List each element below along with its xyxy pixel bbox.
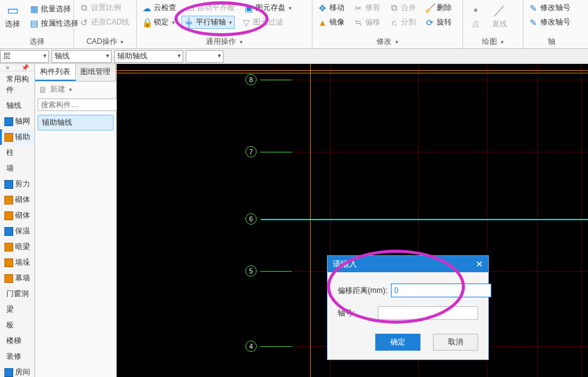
nav-item-icon (4, 274, 13, 283)
nav-item-10[interactable]: 暗梁 (0, 239, 35, 255)
axis-marker-5[interactable]: 5 (245, 265, 292, 277)
dialog-close-button[interactable]: ✕ (476, 259, 483, 269)
dropdown-aux-value: 辅助轴线 (117, 51, 147, 61)
nav-item-6[interactable]: 剪力 (0, 176, 35, 192)
lock-button[interactable]: 🔒 锁定 ▾ (139, 16, 178, 29)
nav-toggle[interactable]: » 📌 (0, 64, 35, 72)
nav-item-17[interactable]: 装修 (0, 349, 35, 364)
parallel-axis-button[interactable]: ╪ 平行辅轴 ▾ (181, 16, 235, 29)
nav-item-icon (4, 196, 13, 204)
nav-item-label: 辅助 (15, 132, 30, 142)
split-button[interactable]: ⎌ 分割 (387, 16, 419, 29)
move-button[interactable]: ✥ 移动 (315, 1, 347, 14)
store-icon: ▣ (243, 3, 254, 13)
axis-marker-8[interactable]: 8 (245, 74, 292, 85)
dialog-title-text: 请输入 (333, 258, 357, 270)
panel-toolbar: 🗎 新建 ▾ (35, 82, 116, 97)
new-button[interactable]: 新建 (50, 84, 65, 95)
split-label: 分割 (401, 17, 416, 28)
auto-level-button[interactable]: ▭ 自动平齐板 (183, 1, 237, 14)
dropdown-empty[interactable] (186, 50, 223, 63)
nav-item-label: 砌体 (15, 210, 30, 221)
offset-input[interactable] (391, 284, 491, 297)
elem-store-button[interactable]: ▣ 图元存盘 ▾ (241, 1, 294, 14)
rotate-button[interactable]: ⟳ 旋转 (422, 16, 454, 29)
cloud-icon: ☁ (142, 3, 152, 13)
close-icon: ✕ (476, 259, 483, 269)
panel-search: 🔍 (35, 97, 116, 112)
axis-number-input[interactable] (378, 306, 478, 320)
merge-button[interactable]: ⧉ 合并 (387, 1, 419, 14)
set-scale-button[interactable]: ⧉ 设置比例 (77, 1, 134, 14)
dropdown-axis-value: 轴线 (55, 51, 70, 61)
pin-icon: 📌 (21, 64, 29, 71)
point-button[interactable]: • 点 (466, 1, 486, 31)
nav-item-5[interactable]: 墙 (0, 161, 35, 176)
dialog-titlebar[interactable]: 请输入 ✕ (328, 256, 488, 272)
field-offset: 偏移距离(mm): (338, 284, 478, 297)
dropdown-axis[interactable]: 轴线 (51, 50, 112, 63)
edit-axis1-button[interactable]: ✎ 修改轴号 (526, 1, 577, 14)
select-button[interactable]: ▭ 选择 (3, 1, 23, 31)
nav-item-label: 门窗洞 (6, 289, 29, 299)
line-label: 直线 (492, 19, 507, 29)
delete-icon: 🧹 (425, 3, 435, 13)
nav-item-8[interactable]: 砌体 (0, 208, 35, 223)
nav-item-0[interactable]: 常用构件 (0, 72, 35, 98)
tab-component-list[interactable]: 构件列表 (35, 64, 76, 81)
mirror-button[interactable]: ▲ 镜像 (315, 16, 347, 29)
delete-button[interactable]: 🧹 删除 (422, 1, 454, 14)
ok-button[interactable]: 确定 (375, 334, 420, 351)
nav-item-16[interactable]: 楼梯 (0, 333, 35, 349)
dropdown-layer[interactable]: 层 (0, 50, 49, 63)
axis-bubble: 7 (245, 146, 257, 157)
cancel-button[interactable]: 取消 (433, 334, 478, 351)
edit-axis2-button[interactable]: ✎ 修改轴号 (526, 16, 577, 29)
ribbon-group-select: ▭ 选择 ▦ 批量选择 ▤ 按属性选择 选择 (0, 0, 74, 48)
panel-tabs: 构件列表 图纸管理 (35, 64, 116, 82)
by-attr-select-button[interactable]: ▤ 按属性选择 (26, 17, 81, 30)
tab-drawing-manage[interactable]: 图纸管理 (76, 64, 117, 81)
edit-axis2-label: 修改轴号 (540, 17, 570, 28)
restore-cad-button[interactable]: ↺ 还原CAD线 (77, 16, 134, 29)
nav-item-3[interactable]: 辅助 (0, 129, 35, 145)
cancel-label: 取消 (448, 337, 463, 346)
nav-item-7[interactable]: 砌体 (0, 192, 35, 208)
nav-item-12[interactable]: 幕墙 (0, 270, 35, 286)
nav-item-11[interactable]: 墙垛 (0, 255, 35, 270)
offset-button[interactable]: ≒ 偏移 (351, 16, 383, 29)
viewport[interactable]: 87654 请输入 ✕ 偏移距离(mm): 轴号: (117, 64, 588, 377)
cad-group-label: CAD操作 ▾ (77, 35, 134, 48)
axis-marker-7[interactable]: 7 (245, 146, 292, 157)
nav-item-label: 轴网 (15, 116, 30, 127)
axis-icon: ✎ (528, 3, 538, 13)
filter-icon: ▽ (241, 18, 251, 28)
nav-item-1[interactable]: 轴线 (0, 98, 35, 114)
nav-item-15[interactable]: 板 (0, 317, 35, 333)
dropdown-aux-axis[interactable]: 辅助轴线 (114, 50, 183, 63)
elem-store-label: 图元存盘 (255, 3, 286, 13)
nav-item-4[interactable]: 柱 (0, 145, 35, 161)
cursor-icon: ▭ (5, 3, 20, 18)
nav-item-icon (4, 211, 13, 220)
ribbon: ▭ 选择 ▦ 批量选择 ▤ 按属性选择 选择 ⧉ (0, 0, 588, 49)
axis-marker-4[interactable]: 4 (245, 341, 292, 352)
nav-item-13[interactable]: 门窗洞 (0, 286, 35, 302)
tree-item-aux-axis[interactable]: 辅助轴线 (38, 115, 114, 130)
nav-item-9[interactable]: 保温 (0, 223, 35, 239)
nav-item-18[interactable]: 房间 (0, 364, 35, 377)
offset-label: 偏移 (365, 17, 380, 28)
nav-item-14[interactable]: 梁 (0, 302, 35, 317)
trim-button[interactable]: ✂ 修剪 (351, 1, 383, 14)
tree-item-label: 辅助轴线 (42, 118, 72, 127)
move-icon: ✥ (318, 3, 328, 13)
dialog-buttons: 确定 取消 (328, 327, 488, 359)
lock-label: 锁定 (154, 17, 169, 28)
nav-item-2[interactable]: 轴网 (0, 114, 35, 129)
chevron-down-icon: ▾ (172, 19, 175, 26)
line-button[interactable]: ／ 直线 (489, 1, 510, 31)
nav-item-label: 房间 (15, 367, 30, 377)
elem-filter-button[interactable]: ▽ 图元过滤 (238, 16, 286, 29)
cloud-check-button[interactable]: ☁ 云检查 (139, 1, 179, 14)
bulk-select-button[interactable]: ▦ 批量选择 (26, 3, 81, 16)
